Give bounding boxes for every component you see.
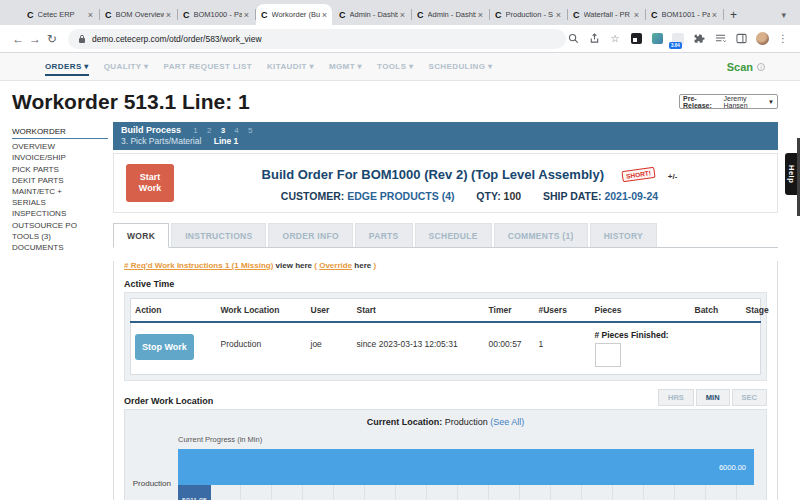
unit-min-button[interactable]: MIN xyxy=(696,389,730,406)
tab-close-icon[interactable]: × xyxy=(88,10,93,20)
sidebar-item-serials[interactable]: SERIALS xyxy=(12,197,108,208)
back-icon[interactable]: ← xyxy=(10,32,27,46)
build-process-step-1[interactable]: 1 xyxy=(193,126,197,135)
required-instructions-link[interactable]: # Req'd Work Instructions 1 (1 Missing) xyxy=(124,261,273,270)
sidebar-item-overview[interactable]: OVERVIEW xyxy=(12,141,108,152)
override-here-link[interactable]: here xyxy=(354,261,371,270)
tab-search-chevron-icon[interactable]: ▾ xyxy=(781,10,800,25)
browser-tab[interactable]: C BOM1001 - Pa × xyxy=(646,4,722,25)
share-icon[interactable] xyxy=(587,32,601,46)
cetec-favicon: C xyxy=(105,10,112,20)
forward-icon[interactable]: → xyxy=(27,32,44,46)
tab-work[interactable]: WORK xyxy=(113,223,169,248)
sidebar-item-outsource-po[interactable]: OUTSOURCE PO xyxy=(12,220,108,231)
plus-minus-link[interactable]: +/- xyxy=(668,172,678,181)
build-process-step-4[interactable]: 4 xyxy=(234,126,238,135)
info-icon: i xyxy=(757,63,765,71)
sidebar-item-maint-etc[interactable]: MAINT/ETC + xyxy=(12,186,108,197)
tab-label: Admin - Dashb xyxy=(428,10,476,19)
nav-orders[interactable]: ORDERS ▾ xyxy=(45,62,89,76)
tab-close-icon[interactable]: × xyxy=(244,10,249,20)
tab-parts[interactable]: PARTS xyxy=(355,223,413,247)
cetec-favicon: C xyxy=(261,10,268,20)
start-work-button[interactable]: Start Work xyxy=(126,164,174,202)
customer-label: CUSTOMER: xyxy=(281,190,344,202)
short-badge[interactable]: SHORT! xyxy=(622,166,656,181)
browser-tab[interactable]: C Production - S × xyxy=(490,4,566,25)
browser-tab[interactable]: C Admin - Dashb × xyxy=(412,4,488,25)
tab-close-icon[interactable]: × xyxy=(400,10,405,20)
app-navbar: ORDERS ▾ QUALITY ▾ PART REQUEST LIST KIT… xyxy=(0,53,800,81)
build-process-step-5[interactable]: 5 xyxy=(248,126,252,135)
reload-icon[interactable]: ↻ xyxy=(43,32,60,46)
sidebar-item-dekit-parts[interactable]: DEKIT PARTS xyxy=(12,175,108,186)
tab-comments[interactable]: COMMENTS (1) xyxy=(494,223,588,247)
sidebar-item-documents[interactable]: DOCUMENTS xyxy=(12,242,108,253)
pieces-finished-label: # Pieces Finished: xyxy=(595,330,687,340)
override-link[interactable]: Override xyxy=(319,261,352,270)
build-process-step-3[interactable]: 3 xyxy=(221,126,225,135)
extension-doc-icon[interactable] xyxy=(629,32,643,46)
build-process-step-2[interactable]: 2 xyxy=(207,126,211,135)
browser-tab[interactable]: C BOM1000 - Pa × xyxy=(178,4,254,25)
sidebar-item-workorder[interactable]: WORKORDER xyxy=(12,126,108,137)
active-time-table-wrap: Action Work Location User Start Timer #U… xyxy=(124,292,767,381)
address-bar[interactable]: demo.cetecerp.com/otd/order/583/work_vie… xyxy=(68,29,566,49)
build-process-title: Build Process xyxy=(121,125,181,135)
tab-close-icon[interactable]: × xyxy=(322,10,327,20)
order-work-location-row: Order Work Location HRS MIN SEC xyxy=(124,389,767,406)
qty-value: 100 xyxy=(504,190,522,202)
extension-ticker-icon[interactable]: 3.64 xyxy=(671,32,685,46)
extension-image-icon[interactable] xyxy=(650,32,664,46)
reading-list-icon[interactable] xyxy=(713,32,727,46)
scan-button[interactable]: Scan i xyxy=(727,61,765,73)
menu-dots-icon[interactable]: ⋮ xyxy=(776,32,790,46)
tab-close-icon[interactable]: × xyxy=(166,10,171,20)
browser-tab[interactable]: C Admin - Dashb × xyxy=(334,4,410,25)
browser-tab[interactable]: C BOM Overview × xyxy=(100,4,176,25)
side-panel-icon[interactable] xyxy=(734,32,748,46)
browser-tab[interactable]: C Cetec ERP × xyxy=(22,4,98,25)
nav-quality[interactable]: QUALITY ▾ xyxy=(104,62,149,71)
pre-release-select[interactable]: Pre-Release: Jeremy Hansen ▼ xyxy=(679,94,778,109)
sidebar-item-pick-parts[interactable]: PICK PARTS xyxy=(12,164,108,175)
bookmark-star-icon[interactable]: ☆ xyxy=(608,32,622,46)
stop-work-button[interactable]: Stop Work xyxy=(135,334,194,360)
sidebar-active-underline xyxy=(12,138,108,139)
nav-kitaudit[interactable]: KITAUDIT ▾ xyxy=(267,62,314,71)
tab-history[interactable]: HISTORY xyxy=(590,223,657,247)
unit-hrs-button[interactable]: HRS xyxy=(658,389,694,406)
pieces-finished-input[interactable] xyxy=(595,343,621,367)
tab-label: Cetec ERP xyxy=(38,10,86,19)
sidebar-item-inspections[interactable]: INSPECTIONS xyxy=(12,208,108,219)
search-icon[interactable] xyxy=(566,32,580,46)
tab-close-icon[interactable]: × xyxy=(478,10,483,20)
tab-label: Admin - Dashb xyxy=(350,10,398,19)
tab-order-info[interactable]: ORDER INFO xyxy=(268,223,352,247)
customer-link[interactable]: EDGE PRODUCTS (4) xyxy=(347,190,454,202)
extensions-puzzle-icon[interactable] xyxy=(692,32,706,46)
tab-close-icon[interactable]: × xyxy=(634,10,639,20)
browser-tab-active[interactable]: C Workorder (Bu × xyxy=(256,4,332,25)
profile-avatar[interactable] xyxy=(755,32,769,46)
nav-mgmt[interactable]: MGMT ▾ xyxy=(329,62,362,71)
browser-tab[interactable]: C Waterfall - PR × xyxy=(568,4,644,25)
tab-instructions[interactable]: INSTRUCTIONS xyxy=(171,223,266,247)
instructions-warning: # Req'd Work Instructions 1 (1 Missing) … xyxy=(124,261,777,270)
browser-toolbar: ← → ↻ demo.cetecerp.com/otd/order/583/wo… xyxy=(0,25,800,53)
tab-close-icon[interactable]: × xyxy=(712,10,717,20)
col-work-location: Work Location xyxy=(217,299,307,323)
unit-sec-button[interactable]: SEC xyxy=(732,389,767,406)
browser-window: C Cetec ERP × C BOM Overview × C BOM1000… xyxy=(0,0,800,500)
nav-scheduling[interactable]: SCHEDULING ▾ xyxy=(428,62,492,71)
url-text: demo.cetecerp.com/otd/order/583/work_vie… xyxy=(92,34,262,44)
sidebar-item-tools[interactable]: TOOLS (3) xyxy=(12,231,108,242)
tab-close-icon[interactable]: × xyxy=(556,10,561,20)
tab-schedule[interactable]: SCHEDULE xyxy=(415,223,492,247)
nav-tools[interactable]: TOOLS ▾ xyxy=(377,62,413,71)
sidebar-item-invoice-ship[interactable]: INVOICE/SHIP xyxy=(12,152,108,163)
see-all-link[interactable]: (See All) xyxy=(490,417,524,427)
new-tab-button[interactable]: + xyxy=(724,8,745,25)
view-here-link[interactable]: view here xyxy=(276,261,312,270)
nav-part-request-list[interactable]: PART REQUEST LIST xyxy=(163,62,251,71)
